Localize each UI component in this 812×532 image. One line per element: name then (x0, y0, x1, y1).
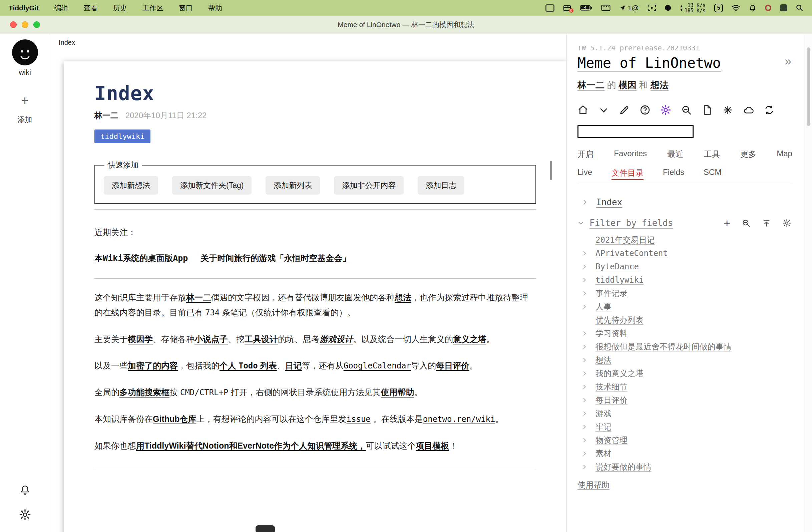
menu-item[interactable]: 历史 (113, 3, 127, 13)
advanced-search-icon[interactable] (681, 104, 692, 115)
chevron-right-icon[interactable] (581, 304, 588, 310)
zoom-window-button[interactable] (33, 21, 40, 28)
inline-link[interactable]: issue (347, 415, 371, 424)
chevron-right-icon[interactable] (581, 424, 588, 430)
cloud-sync-icon[interactable] (743, 104, 754, 115)
tree-item[interactable]: 优先待办列表 (578, 313, 791, 327)
package-icon[interactable]: 0 (563, 4, 571, 11)
sidebar-tab[interactable]: 工具 (704, 149, 720, 160)
add-workspace-icon[interactable]: + (21, 94, 28, 107)
inline-link[interactable]: 想法 (651, 80, 669, 90)
collapse-sidebar-button[interactable]: » (785, 55, 791, 68)
filter-by-fields-label[interactable]: Filter by fields (590, 218, 673, 228)
scroll-to-top-icon[interactable] (762, 219, 771, 228)
chevron-down-icon[interactable] (578, 220, 584, 226)
menu-item[interactable]: 帮助 (208, 3, 222, 13)
tree-item-label[interactable]: 2021年交易日记 (595, 235, 655, 245)
chevron-right-icon[interactable] (581, 290, 588, 297)
tree-item-label[interactable]: APrivateContent (595, 249, 668, 258)
tree-item-label[interactable]: 事件记录 (595, 288, 627, 299)
sidebar-tab[interactable]: 更多 (740, 149, 756, 160)
spotlight-search-icon[interactable] (796, 4, 803, 12)
window-scrollbar-thumb[interactable] (807, 47, 810, 126)
inline-link[interactable]: GoogleCalendar (344, 361, 411, 371)
tree-item[interactable]: 学习资料 (578, 327, 791, 340)
display-capture-icon[interactable] (648, 4, 656, 11)
sidebar-subtab[interactable]: Live (578, 168, 592, 178)
quick-add-button[interactable]: 添加非公开内容 (334, 176, 404, 195)
tree-item[interactable]: 素材 (578, 447, 791, 460)
new-tiddler-icon[interactable] (619, 104, 630, 115)
sidebar-tab[interactable]: Map (777, 149, 792, 160)
author-link[interactable]: 林一二 (95, 111, 118, 120)
open-tiddler-breadcrumb[interactable]: Index (59, 39, 75, 46)
inline-link[interactable]: 想法 (395, 293, 411, 302)
sidebar-search-input[interactable] (578, 125, 694, 138)
chevron-right-icon[interactable] (581, 384, 588, 390)
search-filter-icon[interactable] (742, 219, 751, 228)
tree-item[interactable]: tiddlywiki (578, 273, 791, 287)
tree-item[interactable]: 说好要做的事情 (578, 460, 791, 474)
tree-item[interactable]: 人事 (578, 300, 791, 313)
inline-link[interactable]: 多功能搜索框 (119, 388, 170, 397)
sidebar-tab[interactable]: 最近 (667, 149, 683, 160)
inline-link[interactable]: 林一二 (186, 293, 211, 302)
keyboard-icon[interactable] (601, 5, 610, 11)
inline-link[interactable]: 项目模板 (416, 441, 449, 450)
tree-item[interactable]: 每日评价 (578, 393, 791, 407)
site-title-link[interactable]: Meme of LinOnetwo (578, 55, 721, 71)
tree-item-label[interactable]: 想法 (595, 355, 611, 365)
notifications-bell-icon[interactable] (20, 485, 30, 495)
chevron-right-icon[interactable] (581, 277, 588, 283)
chevron-right-icon[interactable] (581, 371, 588, 376)
sidebar-subtab[interactable]: 文件目录 (611, 168, 643, 178)
settings-gear-icon[interactable] (660, 104, 671, 115)
tree-item[interactable]: 事件记录 (578, 287, 791, 300)
fold-all-chevron-icon[interactable] (598, 104, 609, 115)
preferences-gear-icon[interactable] (19, 509, 31, 521)
theme-starburst-icon[interactable] (722, 104, 733, 115)
tree-item[interactable]: 游戏 (578, 407, 791, 420)
quick-add-button[interactable]: 添加日志 (418, 176, 464, 195)
tree-item[interactable]: 牢记 (578, 420, 791, 433)
chevron-right-icon[interactable] (581, 464, 588, 470)
chevron-right-icon[interactable] (581, 250, 588, 256)
recent-link[interactable]: 本Wiki系统的桌面版App (95, 253, 188, 264)
blob-icon[interactable] (665, 5, 671, 11)
inline-link[interactable]: 工具设计 (245, 334, 278, 344)
help-link[interactable]: 使用帮助 (578, 479, 609, 490)
chevron-right-icon[interactable] (581, 397, 588, 403)
add-workspace-label[interactable]: 添加 (18, 115, 32, 125)
tree-item[interactable]: 2021年交易日记 (578, 233, 791, 247)
inline-link[interactable]: 加密了的内容 (128, 361, 178, 370)
menu-item[interactable]: 工作区 (143, 3, 163, 13)
sidebar-subtab[interactable]: SCM (704, 168, 721, 178)
tree-item[interactable]: 我的意义之塔 (578, 367, 791, 380)
tree-item[interactable]: 想法 (578, 354, 791, 367)
tree-item-label[interactable]: 说好要做的事情 (595, 462, 652, 472)
tree-item-label[interactable]: 优先待办列表 (595, 315, 643, 326)
tree-item-label[interactable]: 素材 (595, 448, 611, 459)
inline-link[interactable]: 小说点子 (194, 334, 228, 344)
quick-add-button[interactable]: 添加新文件夹(Tag) (172, 176, 251, 195)
card-scrollbar-thumb[interactable] (550, 161, 552, 180)
quick-add-button[interactable]: 添加新想法 (104, 176, 158, 195)
tiddler-list-icon[interactable] (701, 104, 713, 115)
battery-icon[interactable] (580, 5, 593, 11)
inline-link[interactable]: 个人 (219, 361, 238, 370)
inline-link[interactable]: onetwo.ren/wiki (423, 415, 495, 424)
help-icon[interactable] (639, 104, 651, 115)
tree-item-label[interactable]: 我的意义之塔 (595, 368, 643, 379)
tag-pill[interactable]: tiddlywiki (95, 129, 150, 143)
workspace-name[interactable]: wiki (19, 68, 31, 77)
inline-link[interactable]: 林一二 (578, 80, 605, 90)
app-menu-title[interactable]: TiddlyGit (9, 4, 39, 12)
chevron-right-icon[interactable] (581, 264, 588, 270)
recent-link[interactable]: 关于时间旅行的游戏「永恒时空基金会」 (201, 253, 351, 264)
chevron-right-icon[interactable] (581, 411, 588, 417)
tree-item-label[interactable]: 学习资料 (595, 328, 627, 339)
sidebar-subtab[interactable]: Fields (663, 168, 684, 178)
menu-item[interactable]: 查看 (84, 3, 98, 13)
sidebar-tab[interactable]: 开启 (578, 149, 594, 160)
tree-item[interactable]: 物资管理 (578, 433, 791, 447)
